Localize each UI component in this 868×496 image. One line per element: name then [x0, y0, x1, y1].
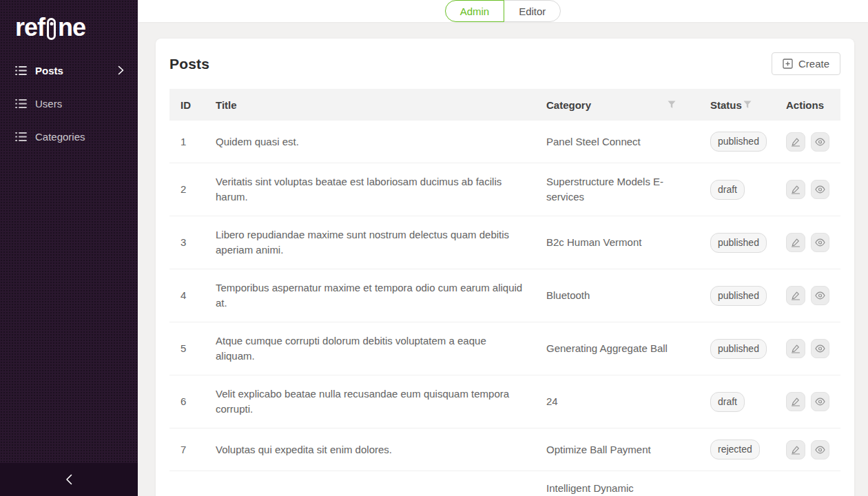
logo-text-left: ref: [15, 13, 45, 42]
post-title: Voluptas qui expedita sit enim dolores.: [205, 428, 535, 471]
view-button[interactable]: [811, 440, 830, 459]
sidebar-item-label: Categories: [35, 131, 124, 143]
view-button[interactable]: [811, 339, 830, 358]
create-button[interactable]: Create: [772, 52, 840, 75]
edit-icon: [791, 445, 800, 455]
post-category: Optimize Ball Payment: [535, 428, 699, 471]
posts-table: ID Title Category: [169, 89, 840, 496]
eye-icon: [815, 291, 825, 300]
row-actions: [786, 440, 829, 459]
edit-button[interactable]: [786, 132, 805, 152]
post-title: Veritatis sint voluptas beatae est labor…: [205, 163, 535, 216]
eye-icon: [815, 397, 825, 406]
post-id: 7: [169, 428, 205, 471]
table-header-row: ID Title Category: [169, 89, 840, 121]
edit-button[interactable]: [786, 180, 805, 199]
edit-icon: [791, 291, 800, 300]
card-header: Posts Create: [169, 52, 840, 75]
column-header-id: ID: [169, 89, 205, 121]
edit-button[interactable]: [786, 286, 805, 305]
table-row: 1 Quidem quasi est. Panel Steel Connect …: [169, 121, 840, 163]
edit-button[interactable]: [786, 440, 805, 459]
post-title: [205, 471, 535, 496]
row-actions: [786, 132, 829, 152]
sidebar-menu: Posts Users Categories: [0, 54, 138, 153]
post-id: 6: [169, 375, 205, 428]
sidebar-item-categories[interactable]: Categories: [0, 120, 138, 153]
logo-i-glyph: [47, 18, 56, 40]
eye-icon: [815, 238, 825, 247]
table-row: 4 Temporibus aspernatur maxime et tempor…: [169, 269, 840, 322]
table-row: 3 Libero repudiandae maxime sunt nostrum…: [169, 216, 840, 269]
app-logo[interactable]: refne: [0, 0, 138, 45]
view-button[interactable]: [811, 286, 830, 305]
create-button-label: Create: [798, 58, 829, 70]
post-category: B2c Human Vermont: [535, 216, 699, 269]
chevron-left-icon: [65, 474, 72, 485]
list-icon: [15, 99, 27, 109]
post-category: 24: [535, 375, 699, 428]
list-icon: [15, 132, 27, 142]
view-button[interactable]: [811, 233, 830, 252]
logo-dot: [50, 22, 53, 25]
column-header-category: Category: [535, 89, 699, 121]
table-row: Intelligent Dynamic: [169, 471, 840, 496]
post-title: Libero repudiandae maxime sunt nostrum d…: [205, 216, 535, 269]
column-header-actions: Actions: [775, 89, 840, 121]
column-header-label: Status: [710, 99, 742, 111]
sidebar-item-users[interactable]: Users: [0, 87, 138, 120]
status-badge: published: [710, 132, 767, 152]
row-actions: [786, 233, 829, 252]
edit-icon: [791, 238, 800, 247]
column-header-title: Title: [205, 89, 535, 121]
role-button-admin[interactable]: Admin: [445, 0, 505, 22]
sidebar-item-label: Users: [35, 98, 124, 110]
plus-square-icon: [783, 59, 793, 69]
post-title: Velit explicabo beatae nulla recusandae …: [205, 375, 535, 428]
post-id: 4: [169, 269, 205, 322]
table-row: 7 Voluptas qui expedita sit enim dolores…: [169, 428, 840, 471]
view-button[interactable]: [811, 132, 830, 152]
table-body: 1 Quidem quasi est. Panel Steel Connect …: [169, 121, 840, 496]
status-badge: draft: [710, 392, 745, 412]
eye-icon: [815, 185, 825, 194]
list-icon: [15, 65, 27, 76]
row-actions: [786, 180, 829, 199]
posts-card: Posts Create: [156, 39, 854, 496]
topbar: Admin Editor: [138, 0, 868, 22]
edit-icon: [791, 397, 800, 406]
row-actions: [786, 286, 829, 305]
sidebar-collapse-button[interactable]: [0, 463, 138, 496]
table-row: 5 Atque cumque corrupti dolorum debitis …: [169, 322, 840, 375]
edit-button[interactable]: [786, 392, 805, 411]
post-id: 5: [169, 322, 205, 375]
edit-icon: [791, 344, 800, 353]
eye-icon: [815, 446, 825, 454]
table-row: 2 Veritatis sint voluptas beatae est lab…: [169, 163, 840, 216]
column-header-status: Status: [699, 89, 775, 121]
row-actions: [786, 339, 829, 358]
sidebar: refne Posts Users: [0, 0, 138, 496]
eye-icon: [815, 138, 825, 146]
post-title: Atque cumque corrupti dolorum debitis vo…: [205, 322, 535, 375]
status-badge: published: [710, 286, 767, 306]
post-title: Quidem quasi est.: [205, 121, 535, 163]
status-badge: rejected: [710, 440, 760, 459]
role-button-editor[interactable]: Editor: [504, 0, 561, 22]
filter-icon[interactable]: [668, 101, 676, 109]
post-id: [169, 471, 205, 496]
view-button[interactable]: [811, 180, 830, 199]
edit-button[interactable]: [786, 339, 805, 358]
post-category: Panel Steel Connect: [535, 121, 699, 163]
edit-button[interactable]: [786, 233, 805, 252]
edit-icon: [791, 137, 800, 147]
page-title: Posts: [169, 56, 209, 72]
view-button[interactable]: [811, 392, 830, 411]
filter-icon[interactable]: [743, 101, 752, 109]
column-header-label: Category: [546, 99, 591, 111]
post-category: Generating Aggregate Ball: [535, 322, 699, 375]
sidebar-item-posts[interactable]: Posts: [0, 54, 138, 87]
chevron-right-icon: [118, 65, 124, 75]
edit-icon: [791, 185, 800, 194]
app-root: refne Posts Users: [0, 0, 868, 496]
